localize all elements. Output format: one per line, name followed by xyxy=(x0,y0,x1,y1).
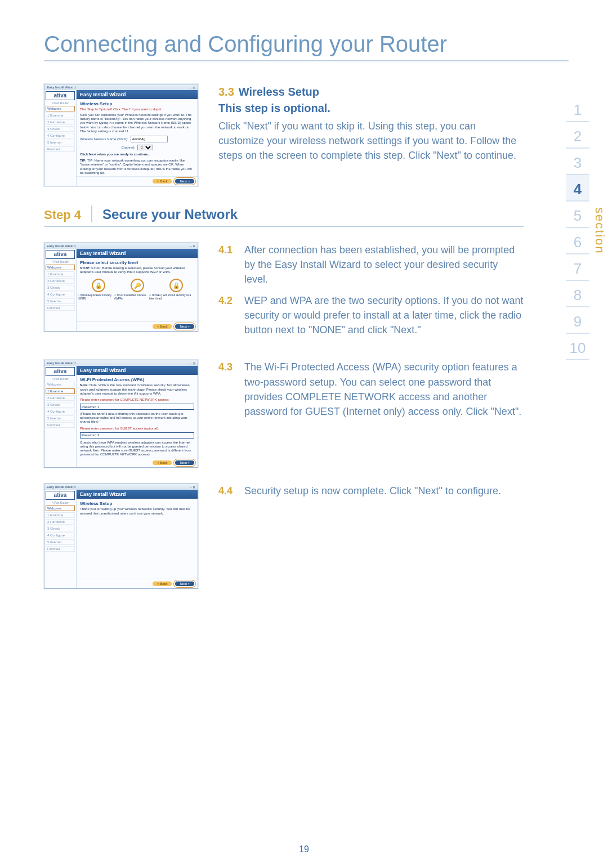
section-tab-10[interactable]: 10 xyxy=(566,334,589,360)
section-tab-4[interactable]: 4 xyxy=(566,175,589,202)
step4-bar: Step 4 Secure your Network xyxy=(44,205,524,227)
back-button: < Back xyxy=(153,179,172,184)
subheading-optional: This step is optional. xyxy=(218,100,524,117)
page-title: Connecting and Configuring your Router xyxy=(44,32,569,61)
next-button: Next > xyxy=(175,179,194,184)
section-tab-1[interactable]: 1 xyxy=(566,96,589,122)
page-number: 19 xyxy=(0,844,608,854)
wizard-shot-33: Easy Install Wizard– ✕ ativa 4 Port Rout… xyxy=(44,84,198,186)
section-tab-8[interactable]: 8 xyxy=(566,281,589,307)
lock-icon: 🔒 xyxy=(92,279,105,292)
section-tab-2[interactable]: 2 xyxy=(566,122,589,149)
wizard-shot-41: Easy Install Wizard– ✕ ativa 4 Port Rout… xyxy=(44,243,198,332)
item-4-4: 4.4Security setup is now complete. Click… xyxy=(218,484,524,498)
heading-3-3: 3.3Wireless Setup xyxy=(218,84,524,100)
section-tab-3[interactable]: 3 xyxy=(566,149,589,175)
section-tab-5[interactable]: 5 xyxy=(566,202,589,228)
item-4-3: 4.3The Wi-Fi Protected Access (WPA) secu… xyxy=(218,360,524,418)
wizard-shot-43: Easy Install Wizard– ✕ ativa 4 Port Rout… xyxy=(44,360,198,468)
section-nav: section 12345678910 xyxy=(562,96,593,360)
section-tab-7[interactable]: 7 xyxy=(566,254,589,281)
section-tab-9[interactable]: 9 xyxy=(566,307,589,334)
channel-select: 11 xyxy=(137,145,153,150)
item-4-1: 4.1After connection has been established… xyxy=(218,243,524,287)
item-4-2: 4.2WEP and WPA are the two security opti… xyxy=(218,293,524,337)
wizard-shot-44: Easy Install Wizard– ✕ ativa 4 Port Rout… xyxy=(44,484,198,588)
key-icon: 🔑 xyxy=(131,279,144,292)
section-tab-6[interactable]: 6 xyxy=(566,228,589,254)
para-3-3: Click "Next" if you want to skip it. Usi… xyxy=(218,119,524,163)
unlock-icon: 🔓 xyxy=(169,279,183,292)
section-label: section xyxy=(592,207,607,254)
ssid-input xyxy=(131,136,168,142)
